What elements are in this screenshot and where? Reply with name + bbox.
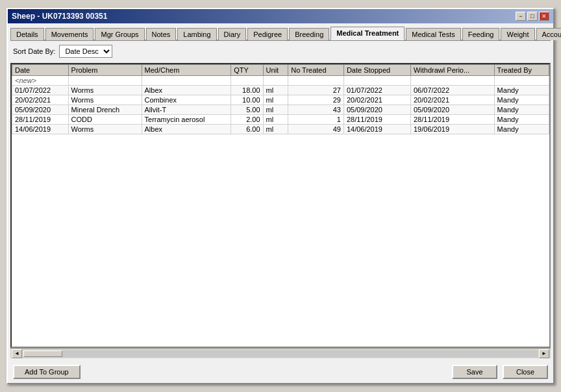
table-row[interactable]: 14/06/2019WormsAlbex6.00ml4914/06/201919… — [12, 125, 549, 134]
data-table: Date Problem Med/Chem QTY Unit No Treate… — [12, 64, 549, 134]
window-title: Sheep - UK0713393 00351 — [12, 12, 107, 21]
tab-weight[interactable]: Weight — [501, 28, 534, 40]
sort-label: Sort Date By: — [13, 47, 55, 55]
col-qty: QTY — [231, 65, 263, 76]
col-withdraw: Withdrawl Perio... — [410, 65, 494, 76]
tab-notes[interactable]: Notes — [146, 28, 177, 40]
sort-select[interactable]: Date Asc Date Desc — [59, 45, 112, 58]
tab-feeding[interactable]: Feeding — [462, 28, 500, 40]
col-date-stopped: Date Stopped — [343, 65, 410, 76]
maximize-button[interactable]: □ — [527, 12, 538, 21]
title-bar: Sheep - UK0713393 00351 − □ ✕ — [8, 9, 553, 23]
table-row[interactable]: 05/09/2020Mineral DrenchAllvit-T5.00ml43… — [12, 105, 549, 115]
tab-medical-treatment[interactable]: Medical Treatment — [330, 27, 405, 40]
minimize-button[interactable]: − — [516, 12, 526, 21]
tab-pedigree[interactable]: Pedigree — [247, 28, 288, 40]
close-button-bottom[interactable]: Close — [503, 365, 548, 379]
content-area: Details Movements Mgr Groups Notes Lambi… — [8, 23, 553, 361]
scroll-thumb[interactable] — [23, 350, 62, 357]
col-date: Date — [12, 65, 69, 76]
tab-movements[interactable]: Movements — [45, 28, 94, 40]
add-to-group-button[interactable]: Add To Group — [13, 365, 81, 379]
close-button[interactable]: ✕ — [539, 12, 549, 21]
bottom-bar: Add To Group Save Close — [8, 361, 553, 383]
table-row[interactable]: 01/07/2022WormsAlbex18.00ml2701/07/20220… — [12, 86, 549, 95]
tab-account[interactable]: Account — [536, 28, 561, 40]
save-close-group: Save Close — [452, 365, 548, 379]
col-problem: Problem — [68, 65, 142, 76]
horizontal-scrollbar: ◄ ► — [10, 348, 551, 358]
table-area: Date Problem Med/Chem QTY Unit No Treate… — [10, 63, 551, 348]
scroll-left-button[interactable]: ◄ — [12, 349, 22, 358]
sort-bar: Sort Date By: Date Asc Date Desc — [10, 43, 551, 59]
new-row-label[interactable]: <new> — [12, 76, 69, 86]
scroll-right-button[interactable]: ► — [539, 349, 549, 358]
table-row[interactable]: 20/02/2021WormsCombinex10.00ml2920/02/20… — [12, 95, 549, 105]
tab-details[interactable]: Details — [10, 28, 44, 40]
col-treated-by: Treated By — [494, 65, 549, 76]
tabs-container: Details Movements Mgr Groups Notes Lambi… — [10, 26, 551, 41]
col-unit: Unit — [263, 65, 288, 76]
tab-breeding[interactable]: Breeding — [289, 28, 329, 40]
tab-diary[interactable]: Diary — [218, 28, 247, 40]
table-row[interactable]: 28/11/2019CODDTerramycin aerosol2.00ml12… — [12, 115, 549, 125]
col-no-treated: No Treated — [288, 65, 344, 76]
scroll-track[interactable] — [23, 350, 538, 357]
tab-mgr-groups[interactable]: Mgr Groups — [95, 28, 144, 40]
new-row[interactable]: <new> — [12, 76, 549, 86]
main-window: Sheep - UK0713393 00351 − □ ✕ Details Mo… — [6, 8, 555, 384]
table-header-row: Date Problem Med/Chem QTY Unit No Treate… — [12, 65, 549, 76]
save-button[interactable]: Save — [452, 365, 497, 379]
col-med-chem: Med/Chem — [142, 65, 231, 76]
title-controls: − □ ✕ — [516, 12, 549, 21]
tab-medical-tests[interactable]: Medical Tests — [406, 28, 460, 40]
tab-lambing[interactable]: Lambing — [177, 28, 216, 40]
